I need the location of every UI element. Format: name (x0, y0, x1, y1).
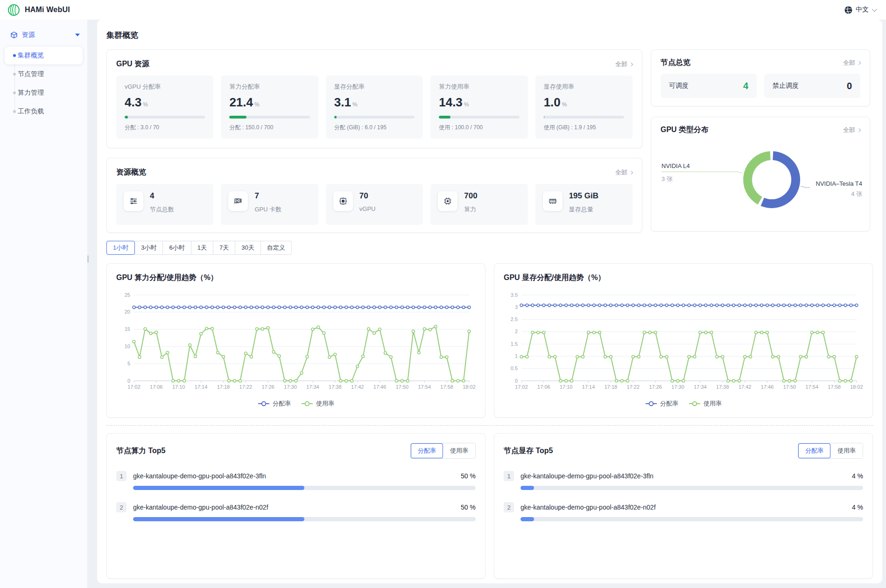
overview-value: 70 (359, 191, 376, 201)
sidebar-item-node-management[interactable]: 节点管理 (5, 65, 83, 83)
gpu-resources-card: GPU 资源 全部 vGPU 分配率 4.3% 分配 : 3. (106, 49, 642, 148)
node-value: 4 % (852, 472, 863, 480)
tab-30d[interactable]: 30天 (235, 241, 260, 255)
metric-detail: 使用 (GiB) : 1.9 / 195 (544, 124, 624, 132)
node-value: 50 % (461, 472, 476, 480)
tab-custom[interactable]: 自定义 (260, 241, 292, 255)
svg-text:17:26: 17:26 (649, 384, 662, 390)
view-all-link[interactable]: 全部 (615, 168, 633, 177)
overview-label: 算力 (464, 205, 477, 214)
progress-fill (125, 116, 128, 119)
svg-text:18:02: 18:02 (850, 384, 863, 390)
bar-fill (520, 486, 534, 490)
progress-track (544, 116, 624, 119)
svg-text:5: 5 (127, 361, 130, 366)
time-range-tabs: 1小时 3小时 6小时 1天 7天 30天 自定义 (106, 241, 292, 255)
overview-tile-compute: 700 算力 (430, 184, 527, 225)
node-name: gke-kantaloupe-demo-gpu-pool-a843f02e-3f… (520, 472, 845, 480)
node-overview-card: 节点总览 全部 可调度 4 禁止调度 (651, 49, 870, 106)
view-all-link[interactable]: 全部 (615, 60, 633, 69)
toggle-usage-button[interactable]: 使用率 (830, 443, 863, 458)
card-title: 资源概览 (116, 168, 146, 177)
svg-text:17:02: 17:02 (515, 384, 528, 390)
svg-text:17:30: 17:30 (671, 384, 684, 390)
tab-1d[interactable]: 1天 (191, 241, 213, 255)
metric-label: 算力使用率 (439, 83, 519, 91)
svg-text:17:30: 17:30 (284, 384, 297, 390)
cube-icon (10, 31, 18, 39)
bullet-dot-icon (13, 54, 16, 57)
memory-icon (543, 191, 563, 211)
hami-logo-icon (7, 4, 20, 16)
view-all-link[interactable]: 全部 (843, 59, 860, 67)
sidebar-item-compute-management[interactable]: 算力管理 (5, 84, 83, 102)
unschedulable-value: 0 (847, 81, 852, 91)
schedulable-value: 4 (743, 81, 748, 91)
tab-3h[interactable]: 3小时 (134, 241, 163, 255)
svg-text:17:18: 17:18 (217, 384, 230, 390)
bar-fill (133, 517, 304, 521)
overview-label: 显存总量 (569, 205, 598, 214)
svg-text:0: 0 (515, 378, 518, 384)
legend-item[interactable]: 分配率 (258, 399, 291, 408)
caret-down-icon (75, 34, 80, 36)
svg-text:17:14: 17:14 (582, 384, 595, 390)
tab-1h[interactable]: 1小时 (106, 241, 135, 255)
metric-label: 显存使用率 (544, 83, 624, 91)
svg-text:3 张: 3 张 (661, 175, 673, 182)
metric-tile-memory-usage: 显存使用率 1.0% 使用 (GiB) : 1.9 / 195 (535, 76, 633, 139)
memory-trend-card: GPU 显存分配/使用趋势（%） 00.511.522.533.517:0217… (494, 263, 873, 418)
node-value: 4 % (852, 504, 863, 511)
svg-text:17:06: 17:06 (537, 384, 550, 390)
sidebar-group-resources[interactable]: 资源 (0, 26, 87, 44)
card-title: GPU 类型分布 (661, 125, 709, 135)
svg-text:0.5: 0.5 (511, 365, 518, 371)
unschedulable-tile: 禁止调度 0 (764, 74, 860, 98)
bar-fill (133, 486, 304, 490)
legend-item[interactable]: 使用率 (689, 399, 722, 408)
svg-text:17:46: 17:46 (373, 384, 387, 390)
legend-item[interactable]: 使用率 (301, 399, 334, 408)
metric-toggle: 分配率 使用率 (798, 443, 863, 459)
panel-resize-handle[interactable] (87, 255, 89, 263)
toggle-allocation-button[interactable]: 分配率 (411, 443, 443, 458)
legend-item[interactable]: 分配率 (645, 399, 678, 408)
metric-value: 4.3 (125, 95, 141, 110)
svg-text:17:34: 17:34 (306, 384, 319, 390)
top5-row: 1 gke-kantaloupe-demo-gpu-pool-a843f02e-… (504, 471, 863, 490)
tab-6h[interactable]: 6小时 (162, 241, 191, 255)
language-selector[interactable]: 中文 (844, 6, 876, 14)
sidebar-item-cluster-overview[interactable]: 集群概览 (5, 47, 83, 64)
view-all-label: 全部 (615, 168, 627, 177)
chart-legend: 分配率使用率 (116, 399, 476, 408)
metric-tile-vgpu-alloc: vGPU 分配率 4.3% 分配 : 3.0 / 70 (116, 76, 213, 139)
metric-unit: % (352, 101, 358, 108)
top5-row: 1 gke-kantaloupe-demo-gpu-pool-a843f02e-… (116, 471, 476, 490)
metric-unit: % (464, 101, 469, 108)
progress-fill (334, 116, 337, 119)
chart-title: GPU 显存分配/使用趋势（%） (504, 273, 863, 283)
toggle-allocation-button[interactable]: 分配率 (798, 443, 830, 458)
overview-tile-nodes: 4 节点总数 (116, 184, 213, 225)
svg-text:17:42: 17:42 (351, 384, 364, 390)
view-all-label: 全部 (843, 126, 855, 134)
svg-text:17:22: 17:22 (627, 384, 640, 390)
svg-text:17:38: 17:38 (716, 384, 729, 390)
chevron-right-icon (629, 62, 633, 66)
metric-unit: % (254, 101, 260, 108)
bullet-dot-icon (13, 110, 16, 113)
svg-text:15: 15 (125, 326, 130, 332)
page-title: 集群概览 (106, 30, 873, 41)
svg-text:17:46: 17:46 (761, 384, 774, 390)
toggle-usage-button[interactable]: 使用率 (443, 443, 475, 458)
metric-value: 1.0 (544, 95, 561, 110)
svg-text:10: 10 (125, 343, 130, 349)
sidebar-item-workloads[interactable]: 工作负载 (5, 103, 83, 120)
tab-7d[interactable]: 7天 (213, 241, 235, 255)
view-all-link[interactable]: 全部 (843, 126, 860, 134)
sidebar-menu: 集群概览 节点管理 算力管理 工作负载 (0, 47, 87, 120)
rank-badge: 2 (116, 502, 127, 512)
overview-label: GPU 卡数 (254, 205, 281, 214)
globe-icon (844, 6, 852, 14)
schedulable-label: 可调度 (669, 82, 689, 90)
